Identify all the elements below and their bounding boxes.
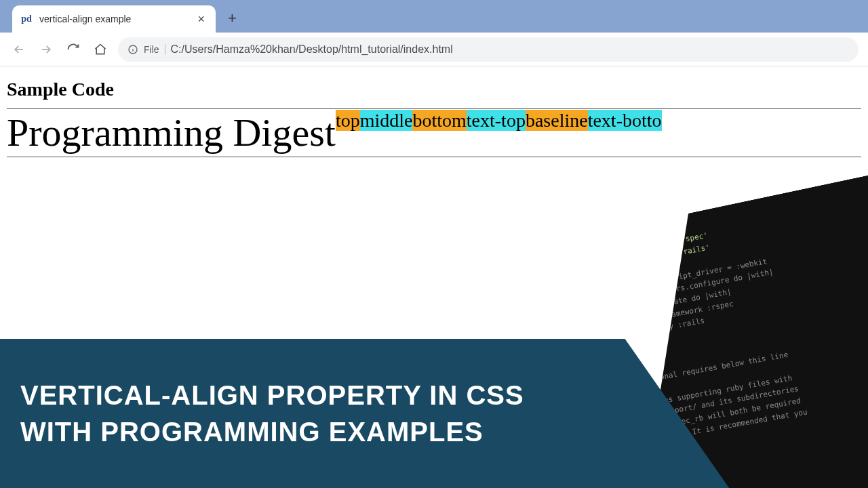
home-button[interactable] bbox=[91, 40, 110, 59]
nav-toolbar: File C:/Users/Hamza%20khan/Desktop/html_… bbox=[0, 33, 868, 66]
tab-title: vertical-align example bbox=[39, 14, 188, 24]
vertical-align-demo: Programming Digesttopmiddlebottomtext-to… bbox=[7, 108, 861, 157]
address-bar[interactable]: File C:/Users/Hamza%20khan/Desktop/html_… bbox=[118, 37, 859, 62]
forward-button[interactable] bbox=[37, 40, 56, 59]
demo-big-text: Programming Digest bbox=[7, 110, 336, 155]
va-span-baseline: baseline bbox=[526, 110, 588, 131]
favicon-icon: pd bbox=[20, 13, 33, 25]
url-scheme-label: File bbox=[144, 44, 165, 55]
va-span-text-botto: text-botto bbox=[588, 110, 662, 131]
va-span-top: top bbox=[336, 110, 360, 131]
va-span-middle: middle bbox=[360, 110, 413, 131]
page-heading: Sample Code bbox=[7, 79, 861, 100]
close-icon[interactable]: × bbox=[195, 12, 208, 26]
va-span-bottom: bottom bbox=[412, 110, 466, 131]
back-button[interactable] bbox=[9, 40, 28, 59]
browser-tab[interactable]: pd vertical-align example × bbox=[12, 5, 216, 33]
new-tab-button[interactable]: + bbox=[228, 9, 237, 27]
reload-button[interactable] bbox=[64, 40, 83, 59]
va-span-text-top: text-top bbox=[467, 110, 526, 131]
page-body: Sample Code Programming Digesttopmiddleb… bbox=[0, 66, 868, 169]
info-icon bbox=[127, 44, 138, 55]
tab-strip: pd vertical-align example × + bbox=[0, 0, 868, 33]
url-text: C:/Users/Hamza%20khan/Desktop/html_tutor… bbox=[171, 43, 453, 56]
